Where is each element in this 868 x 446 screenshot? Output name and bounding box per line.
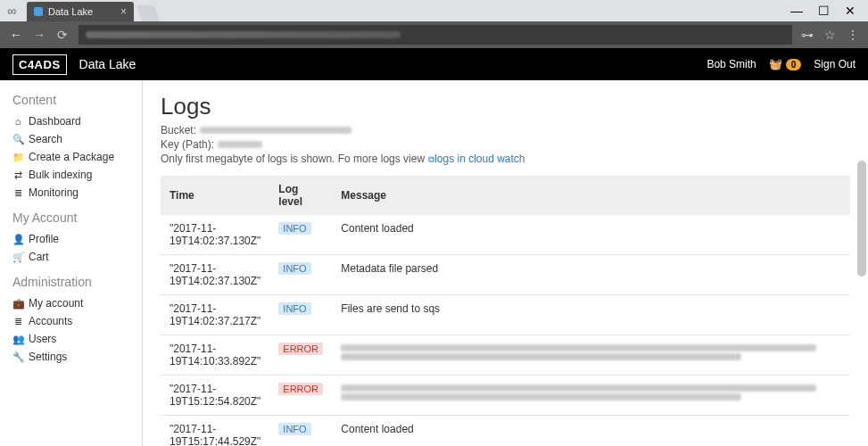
back-button[interactable]: ← [9, 28, 23, 42]
star-icon[interactable]: ☆ [824, 28, 836, 42]
message-blurred [341, 393, 741, 401]
col-header-time: Time [161, 176, 269, 215]
url-text-blurred [86, 31, 401, 38]
table-row: "2017-11-19T14:02:37.130Z"INFOContent lo… [161, 215, 850, 255]
cell-level: INFO [269, 416, 332, 447]
browser-tab[interactable]: Data Lake × [27, 2, 134, 21]
cell-message: Content loaded [332, 215, 850, 255]
sidebar-item-cart[interactable]: 🛒Cart [12, 248, 142, 266]
sidebar-item-my-account[interactable]: 💼My account [12, 294, 142, 312]
sidebar-item-label: Users [29, 333, 56, 345]
search-icon: 🔍 [12, 134, 23, 145]
users-icon: 👥 [12, 334, 23, 345]
table-row: "2017-11-19T15:12:54.820Z"ERROR [161, 376, 850, 416]
user-name[interactable]: Bob Smith [707, 58, 756, 70]
folder-icon: 📁 [12, 152, 23, 163]
cell-level: INFO [269, 215, 332, 255]
cell-time: "2017-11-19T14:10:33.892Z" [161, 335, 269, 376]
sidebar-item-label: Search [29, 133, 62, 145]
cell-message [332, 376, 850, 416]
cell-message: Metadata file parsed [332, 255, 850, 295]
home-icon: ⌂ [12, 116, 23, 127]
incognito-icon: ∞ [7, 4, 16, 18]
cell-level: ERROR [269, 376, 332, 416]
sidebar-item-label: Create a Package [29, 151, 114, 163]
cart-count-badge: 0 [786, 59, 802, 70]
forward-button[interactable]: → [32, 28, 46, 42]
level-badge: ERROR [278, 383, 323, 395]
sidebar-group-title: Content [12, 93, 142, 107]
logs-table: Time Log level Message "2017-11-19T14:02… [161, 176, 850, 446]
sidebar-item-search[interactable]: 🔍Search [12, 130, 142, 148]
level-badge: INFO [278, 262, 310, 275]
cell-time: "2017-11-19T14:02:37.130Z" [161, 255, 269, 295]
cloudwatch-link-text: logs in cloud watch [434, 153, 525, 165]
cell-level: INFO [269, 255, 332, 295]
favicon-icon [34, 7, 43, 16]
cart-button[interactable]: 🧺 0 [769, 58, 802, 70]
list-icon: ≣ [12, 316, 23, 327]
message-blurred [341, 384, 816, 392]
cell-message: Files are send to sqs [332, 295, 850, 335]
minimize-button[interactable]: — [791, 5, 802, 16]
sidebar-group-title: My Account [12, 211, 142, 225]
app-title[interactable]: Data Lake [79, 57, 136, 71]
sidebar-item-label: Dashboard [29, 115, 81, 128]
close-window-button[interactable]: ✕ [845, 5, 856, 16]
key-label: Key (Path): [161, 138, 214, 151]
cell-time: "2017-11-19T14:02:37.130Z" [161, 215, 269, 255]
sidebar-item-dashboard[interactable]: ⌂Dashboard [12, 112, 142, 130]
sidebar-item-monitoring[interactable]: ≣Monitoring [12, 184, 142, 202]
table-row: "2017-11-19T14:02:37.217Z"INFOFiles are … [161, 295, 850, 335]
col-header-level: Log level [269, 176, 332, 215]
bucket-value-blurred [200, 127, 351, 134]
menu-icon[interactable]: ⋮ [847, 28, 859, 42]
basket-icon: 🧺 [769, 58, 782, 70]
cell-level: ERROR [269, 335, 332, 376]
bucket-label: Bucket: [161, 124, 196, 136]
sign-out-link[interactable]: Sign Out [814, 58, 856, 70]
cell-message: Content loaded [332, 416, 850, 447]
key-icon[interactable]: ⊶ [801, 28, 814, 42]
briefcase-icon: 💼 [12, 298, 23, 310]
tab-close-icon[interactable]: × [120, 5, 127, 18]
level-badge: INFO [278, 222, 310, 235]
cell-level: INFO [269, 295, 332, 335]
cell-time: "2017-11-19T15:12:54.820Z" [161, 376, 269, 416]
message-blurred [341, 344, 816, 351]
sidebar-item-settings[interactable]: 🔧Settings [12, 348, 142, 366]
address-bar[interactable] [79, 25, 792, 45]
cell-message [332, 335, 850, 376]
app-header: C4ADS Data Lake Bob Smith 🧺 0 Sign Out [0, 48, 868, 80]
sidebar-item-profile[interactable]: 👤Profile [12, 230, 142, 248]
cell-time: "2017-11-19T15:17:44.529Z" [161, 416, 269, 447]
browser-tab-strip: ∞ Data Lake × [0, 0, 868, 21]
maximize-button[interactable]: ☐ [818, 5, 829, 16]
page-title: Logs [161, 93, 850, 120]
tab-title: Data Lake [48, 6, 93, 17]
new-tab-button[interactable] [136, 5, 161, 21]
cloudwatch-link[interactable]: ⧉logs in cloud watch [428, 153, 525, 165]
sidebar-item-users[interactable]: 👥Users [12, 330, 142, 348]
cell-time: "2017-11-19T14:02:37.217Z" [161, 295, 269, 335]
sidebar-item-label: Profile [29, 233, 59, 245]
sidebar-item-accounts[interactable]: ≣Accounts [12, 312, 142, 330]
table-row: "2017-11-19T15:17:44.529Z"INFOContent lo… [161, 416, 850, 447]
sidebar-item-label: Cart [29, 251, 49, 263]
browser-toolbar: ← → ⟳ ⊶ ☆ ⋮ [0, 21, 868, 48]
level-badge: INFO [278, 302, 310, 315]
sidebar-item-bulk-indexing[interactable]: ⇄Bulk indexing [12, 166, 142, 184]
message-blurred [341, 353, 741, 360]
scrollbar-thumb[interactable] [857, 161, 866, 277]
sidebar-item-create-a-package[interactable]: 📁Create a Package [12, 148, 142, 166]
level-badge: ERROR [278, 343, 323, 355]
user-icon: 👤 [12, 234, 23, 245]
logo[interactable]: C4ADS [12, 54, 67, 75]
note-text: Only first megabyte of logs is shown. Fo… [161, 153, 425, 165]
sidebar-group-title: Administration [12, 275, 142, 289]
note-line: Only first megabyte of logs is shown. Fo… [161, 153, 850, 165]
reload-button[interactable]: ⟳ [55, 28, 70, 42]
sidebar-item-label: Settings [29, 351, 67, 363]
table-row: "2017-11-19T14:10:33.892Z"ERROR [161, 335, 850, 376]
key-value-blurred [218, 141, 262, 148]
